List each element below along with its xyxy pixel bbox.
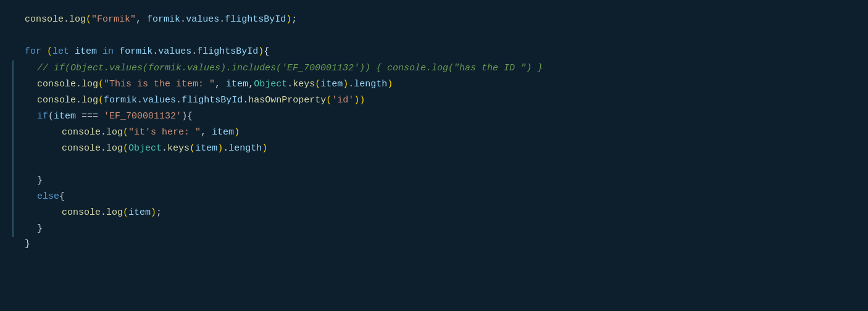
token: . xyxy=(101,205,106,220)
token: let xyxy=(52,44,69,59)
token: console xyxy=(25,12,64,27)
token: . xyxy=(348,77,354,92)
token: ) xyxy=(234,125,240,140)
token: "it's here: " xyxy=(128,125,201,140)
token: { xyxy=(264,44,269,59)
indent-bar xyxy=(12,173,14,189)
code-line-12: else{ xyxy=(0,189,868,205)
token: log xyxy=(81,77,98,92)
token: item xyxy=(128,205,151,220)
token: log xyxy=(69,12,86,27)
token: item xyxy=(75,44,97,59)
token: Object xyxy=(254,77,287,92)
token: . xyxy=(180,12,186,27)
token: ( xyxy=(123,141,128,156)
token xyxy=(41,44,47,59)
token xyxy=(114,44,119,59)
token: console xyxy=(62,205,101,220)
code-line-8: console.log("it's here: ", item) xyxy=(0,125,868,141)
token: formik xyxy=(119,44,152,59)
code-line-9: console.log(Object.keys(item).length) xyxy=(0,141,868,157)
token: log xyxy=(106,125,123,140)
token: . xyxy=(243,93,248,108)
token: item xyxy=(320,77,343,92)
token: flightsById xyxy=(225,12,286,27)
token: ; xyxy=(156,205,162,220)
token: ( xyxy=(123,205,128,220)
token: } xyxy=(37,173,43,188)
token: values xyxy=(186,12,219,27)
token: in xyxy=(102,44,114,59)
token: console xyxy=(62,125,101,140)
token: length xyxy=(354,77,387,92)
token: . xyxy=(223,141,228,156)
token xyxy=(97,44,102,59)
indent-bar xyxy=(12,125,14,141)
indent-bar xyxy=(12,93,14,109)
token: { xyxy=(59,189,65,204)
token: 'id' xyxy=(332,93,354,108)
token: hasOwnProperty xyxy=(248,93,326,108)
indent-bar xyxy=(12,189,14,205)
token: . xyxy=(176,93,182,108)
token: ( xyxy=(326,93,332,108)
code-line-11: } xyxy=(0,173,868,189)
token: ) xyxy=(354,93,359,108)
token: ( xyxy=(86,12,91,27)
token: formik xyxy=(147,12,180,27)
token: . xyxy=(219,12,225,27)
token: console xyxy=(37,77,76,92)
token: ( xyxy=(190,141,195,156)
token: ( xyxy=(123,125,128,140)
token: ( xyxy=(98,77,104,92)
code-line-3: for (let item in formik.values.flightsBy… xyxy=(0,44,868,60)
token: log xyxy=(106,205,123,220)
indent-bar xyxy=(12,205,14,221)
token: } xyxy=(25,237,30,252)
token: ) xyxy=(258,44,264,59)
token: length xyxy=(228,141,262,156)
token: keys xyxy=(293,77,315,92)
token: Object xyxy=(128,141,162,156)
token: ) xyxy=(262,141,267,156)
code-editor: console.log("Formik", formik.values.flig… xyxy=(0,7,868,258)
token: for xyxy=(25,44,41,59)
token: . xyxy=(162,141,167,156)
code-line-7: if(item === 'EF_700001132'){ xyxy=(0,109,868,125)
token: item xyxy=(226,77,248,92)
token xyxy=(69,44,75,59)
token: ( xyxy=(48,109,54,124)
token: . xyxy=(287,77,293,92)
token: . xyxy=(76,93,81,108)
token: . xyxy=(152,44,158,59)
indent-bar xyxy=(12,60,14,77)
token: === xyxy=(81,109,98,124)
token: ) xyxy=(217,141,223,156)
token: . xyxy=(191,44,197,59)
indent-bar xyxy=(12,109,14,125)
token: . xyxy=(101,141,106,156)
code-line-6: console.log(formik.values.flightsById.ha… xyxy=(0,93,868,109)
indent-bar xyxy=(12,141,14,157)
token: keys xyxy=(167,141,190,156)
token: , xyxy=(201,125,212,140)
token: ) xyxy=(387,77,393,92)
token: "This is the item: " xyxy=(104,77,215,92)
token: console xyxy=(37,93,76,108)
token: 'EF_700001132' xyxy=(104,109,182,124)
token: formik xyxy=(104,93,137,108)
token: values xyxy=(143,93,176,108)
token: ( xyxy=(98,93,104,108)
token: ( xyxy=(315,77,320,92)
token: flightsById xyxy=(197,44,258,59)
token: , xyxy=(215,77,226,92)
token: , xyxy=(136,12,147,27)
token: values xyxy=(158,44,191,59)
token: log xyxy=(106,141,123,156)
token: else xyxy=(37,189,59,204)
indent-bar xyxy=(12,77,14,93)
token: "Formik" xyxy=(91,12,136,27)
token: item xyxy=(212,125,234,140)
token: . xyxy=(64,12,69,27)
token: . xyxy=(137,93,143,108)
